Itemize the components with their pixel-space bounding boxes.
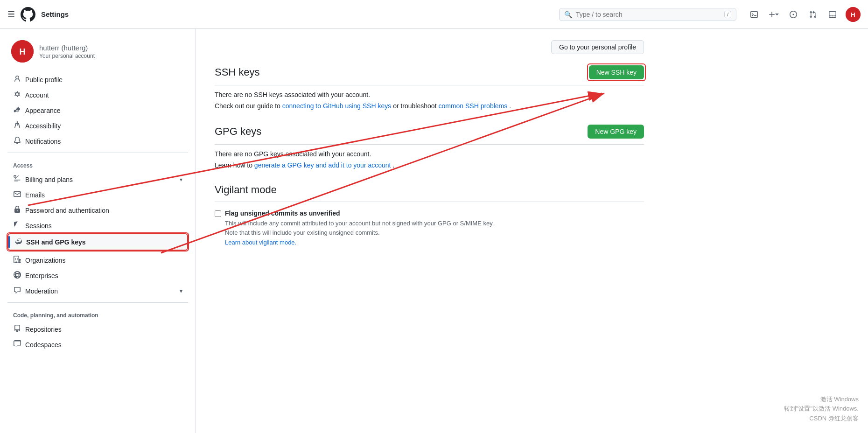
sidebar-item-label: Public profile: [25, 76, 63, 84]
hamburger-menu[interactable]: ☰: [7, 9, 15, 20]
vigilant-checkbox-label[interactable]: Flag unsigned commits as unverified This…: [215, 210, 644, 246]
content-header: Go to your personal profile: [215, 40, 644, 54]
gear-icon: [13, 91, 21, 99]
new-ssh-key-button[interactable]: New SSH key: [589, 65, 644, 79]
sidebar-item-label: Sessions: [25, 222, 52, 230]
vigilant-section-title: Vigilant mode: [215, 184, 644, 202]
sidebar-item-codespaces[interactable]: Codespaces: [7, 337, 188, 352]
codespaces-icon: [13, 340, 21, 349]
issues-icon[interactable]: [787, 8, 800, 21]
sidebar-item-label: SSH and GPG keys: [26, 238, 86, 246]
sidebar-subtitle: Your personal account: [39, 53, 95, 59]
sidebar-access-nav: Billing and plans ▾ Emails Password and …: [7, 172, 188, 251]
gpg-learn-text: Learn how to generate a GPG key and add …: [215, 161, 644, 169]
sidebar-item-repositories[interactable]: Repositories: [7, 321, 188, 337]
search-input[interactable]: [576, 11, 721, 18]
gpg-learn-link[interactable]: generate a GPG key and add it to your ac…: [254, 161, 391, 169]
main-layout: H hutterr (hutterg) Your personal accoun…: [0, 29, 868, 433]
create-new-button[interactable]: [767, 8, 780, 21]
paintbrush-icon: [13, 106, 21, 115]
person-icon: [13, 75, 21, 84]
sidebar-item-sessions[interactable]: Sessions: [7, 218, 188, 233]
vigilant-learn-link[interactable]: Learn about vigilant mode.: [225, 239, 494, 246]
sidebar-item-label: Moderation: [25, 287, 58, 295]
ssh-empty-text: There are no SSH keys associated with yo…: [215, 91, 644, 98]
sidebar-item-password[interactable]: Password and authentication: [7, 203, 188, 218]
sidebar-item-label: Codespaces: [25, 341, 62, 349]
search-kbd-hint: /: [724, 11, 731, 18]
access-section-label: Access: [7, 157, 188, 172]
avatar[interactable]: H: [846, 7, 861, 22]
sidebar-avatar: H: [11, 40, 34, 63]
key-icon: [14, 237, 22, 246]
svg-text:H: H: [851, 11, 855, 18]
vigilant-section: Vigilant mode Flag unsigned commits as u…: [215, 184, 644, 246]
ssh-guide-link2[interactable]: common SSH problems: [438, 102, 507, 110]
ssh-section: SSH keys New SSH key There are no SSH ke…: [215, 65, 644, 110]
sidebar-item-emails[interactable]: Emails: [7, 187, 188, 203]
sidebar-item-label: Billing and plans: [25, 176, 73, 183]
topnav-right-icons: H: [748, 7, 861, 22]
sidebar-item-billing[interactable]: Billing and plans ▾: [7, 172, 188, 187]
search-bar[interactable]: 🔍 /: [559, 8, 736, 21]
personal-profile-button[interactable]: Go to your personal profile: [551, 40, 644, 54]
search-icon: 🔍: [564, 11, 572, 18]
main-content: Go to your personal profile SSH keys New…: [196, 29, 663, 433]
sidebar-integration-nav: Organizations Enterprises Moderation ▾: [7, 252, 188, 299]
page-wrapper: ☰ Settings 🔍 /: [0, 0, 868, 433]
ssh-guide-link1[interactable]: connecting to GitHub using SSH keys: [282, 102, 391, 110]
mail-icon: [13, 190, 21, 199]
sidebar-item-moderation[interactable]: Moderation ▾: [7, 283, 188, 299]
topnav: ☰ Settings 🔍 /: [0, 0, 868, 29]
vigilant-checkbox-text: Flag unsigned commits as unverified: [225, 210, 494, 217]
vigilant-desc1: This will include any commit attributed …: [225, 220, 494, 227]
sidebar-item-label: Repositories: [25, 326, 62, 333]
gpg-section: GPG keys New GPG key There are no GPG ke…: [215, 125, 644, 169]
sidebar-item-account[interactable]: Account: [7, 87, 188, 103]
sidebar-item-public-profile[interactable]: Public profile: [7, 72, 188, 87]
code-section-label: Code, planning, and automation: [7, 307, 188, 321]
lock-icon: [13, 206, 21, 215]
sidebar-main-nav: Public profile Account Appearance: [7, 72, 188, 149]
terminal-icon[interactable]: [748, 8, 761, 21]
sidebar-item-organizations[interactable]: Organizations: [7, 252, 188, 268]
github-logo: [21, 7, 35, 22]
sidebar-item-label: Password and authentication: [25, 207, 109, 214]
ssh-guide-text: Check out our guide to connecting to Git…: [215, 102, 644, 110]
inbox-icon[interactable]: [826, 8, 839, 21]
sidebar-item-ssh-gpg[interactable]: SSH and GPG keys: [7, 233, 188, 251]
gpg-section-header: GPG keys New GPG key: [215, 125, 644, 145]
sidebar-item-label: Account: [25, 91, 49, 99]
sidebar-item-label: Emails: [25, 191, 45, 199]
ssh-section-header: SSH keys New SSH key: [215, 65, 644, 85]
vigilant-checkbox[interactable]: [215, 210, 221, 217]
sidebar-item-label: Notifications: [25, 138, 61, 145]
accessibility-icon: [13, 121, 21, 130]
new-gpg-key-button[interactable]: New GPG key: [588, 125, 644, 139]
sidebar-item-appearance[interactable]: Appearance: [7, 103, 188, 118]
comment-icon: [13, 286, 21, 295]
gpg-section-title: GPG keys: [215, 126, 261, 138]
sidebar-divider: [7, 153, 188, 153]
repo-icon: [13, 325, 21, 334]
sidebar-code-nav: Repositories Codespaces: [7, 321, 188, 352]
sidebar-item-label: Appearance: [25, 107, 61, 114]
chevron-down-icon: ▾: [180, 176, 182, 183]
globe-icon: [13, 271, 21, 280]
sidebar-item-label: Enterprises: [25, 272, 58, 279]
credit-card-icon: [13, 175, 21, 184]
sidebar-item-enterprises[interactable]: Enterprises: [7, 268, 188, 283]
svg-rect-4: [14, 175, 16, 177]
watermark: 激活 Windows 转到"设置"以激活 Windows. CSDN @红龙创客: [784, 395, 859, 424]
ssh-section-title: SSH keys: [215, 66, 260, 78]
page-title: Settings: [41, 10, 69, 18]
sidebar-item-notifications[interactable]: Notifications: [7, 133, 188, 149]
bell-icon: [13, 137, 21, 146]
gpg-empty-text: There are no GPG keys associated with yo…: [215, 150, 644, 158]
sidebar-username: hutterr (hutterg): [39, 44, 95, 52]
sidebar-item-accessibility[interactable]: Accessibility: [7, 118, 188, 133]
sidebar-item-label: Accessibility: [25, 122, 61, 130]
pull-request-icon[interactable]: [806, 8, 819, 21]
broadcast-icon: [13, 221, 21, 230]
vigilant-desc2: Note that this will include your existin…: [225, 229, 380, 236]
